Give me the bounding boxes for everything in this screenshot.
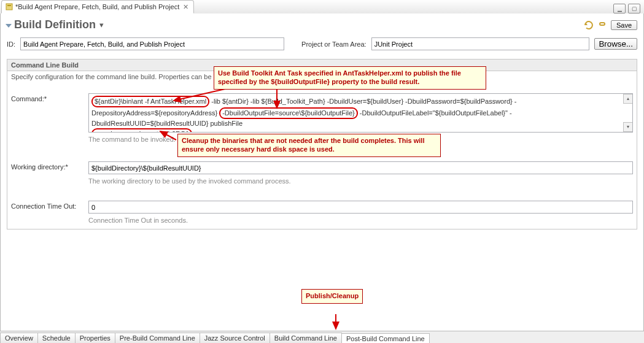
command-row: Command:* ${antDir}\bin\ant -f AntTaskHe… [7,91,637,135]
cmd-scrollbar[interactable]: ▴ ▾ [623,94,632,132]
id-row: ID: Project or Team Area: Browse... [7,37,637,50]
id-label: ID: [7,40,15,48]
bottom-tab-post-build-command-line[interactable]: Post-Build Command Line [341,333,430,343]
window-controls: ▁ ▢ [613,4,644,13]
scroll-up-icon[interactable]: ▴ [623,94,633,104]
command-label: Command:* [11,93,85,102]
bottom-tabbar: OverviewSchedulePropertiesPre-Build Comm… [0,331,644,343]
bottom-tab-schedule[interactable]: Schedule [37,333,76,343]
definition-header: Build Definition ▾ Save [7,18,637,31]
maximize-button[interactable]: ▢ [628,4,640,13]
refresh-icon[interactable] [584,20,594,30]
working-dir-label: Working directory:* [11,161,85,171]
bottom-tab-pre-build-command-line[interactable]: Pre-Build Command Line [115,333,200,343]
bottom-tab-jazz-source-control[interactable]: Jazz Source Control [200,333,270,343]
project-label: Project or Team Area: [301,40,367,48]
link-icon[interactable] [597,20,607,30]
scroll-down-icon[interactable]: ▾ [623,122,633,132]
annotation-mid: Cleanup the binaries that are not needed… [177,134,441,157]
bottom-tab-properties[interactable]: Properties [75,333,115,343]
editor-tabbar: *Build Agent Prepare, Fetch, Build, and … [0,0,644,14]
cmd-highlight-output: -DbuildOutputFile=source\${buildOutputFi… [219,107,358,119]
project-input[interactable] [371,37,590,50]
working-dir-input[interactable] [88,161,633,174]
cmd-highlight-rm: rm -r jazz apache-ant-1.8.0RC1 [91,128,192,133]
editor-tab[interactable]: *Build Agent Prepare, Fetch, Build, and … [1,0,194,13]
svg-rect-0 [6,4,12,10]
timeout-row: Connection Time Out: [7,198,637,216]
annotation-bottom: Publish/Cleanup [301,289,363,304]
id-input[interactable] [20,37,284,50]
editor-body: Build Definition ▾ Save ID: Project or T… [0,13,644,331]
page-title: Build Definition [14,18,96,31]
cmd-highlight-ant: ${antDir}\bin\ant -f AntTaskHelper.xml [91,96,209,107]
timeout-helper: Connection Time Out in seconds. [7,216,637,229]
annotation-top: Use Build Toolkit Ant Task specified in … [214,66,486,90]
timeout-input[interactable] [88,201,633,214]
save-button[interactable]: Save [611,20,637,30]
build-file-icon [6,3,13,10]
title-dropdown-icon[interactable]: ▾ [99,20,104,29]
svg-rect-1 [7,5,11,6]
cmd-text-1: -lib ${antDir} -lib [211,98,259,105]
working-dir-helper: The working directory to be used by the … [7,177,637,190]
browse-button[interactable]: Browse... [594,38,637,50]
command-textarea[interactable]: ${antDir}\bin\ant -f AntTaskHelper.xml -… [88,93,633,133]
expand-toggle-icon[interactable] [6,24,12,28]
bottom-tab-build-command-line[interactable]: Build Command Line [270,333,342,343]
bottom-tab-overview[interactable]: Overview [0,333,38,343]
timeout-label: Connection Time Out: [11,201,85,210]
working-dir-row: Working directory:* [7,159,637,177]
close-icon[interactable]: ✕ [182,3,190,11]
command-helper: The command to be invoked. [88,136,176,143]
editor-tab-title: *Build Agent Prepare, Fetch, Build, and … [15,3,179,10]
minimize-button[interactable]: ▁ [613,4,626,13]
